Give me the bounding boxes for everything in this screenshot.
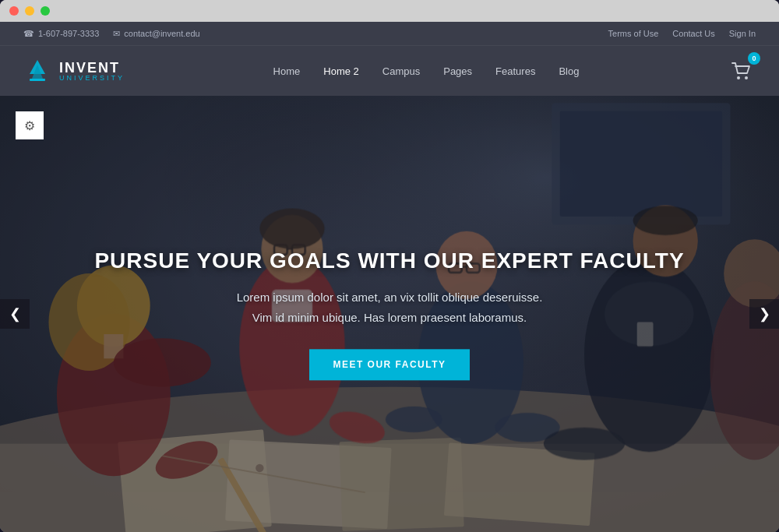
info-bar: ☎ 1-607-897-3333 ✉ contact@invent.edu Te…: [0, 22, 779, 45]
maximize-dot[interactable]: [41, 6, 50, 16]
title-bar: [0, 0, 779, 22]
main-nav: INVENT UNIVERSITY Home Home 2 Campus Pag…: [0, 45, 779, 96]
info-bar-left: ☎ 1-607-897-3333 ✉ contact@invent.edu: [23, 29, 200, 39]
phone-icon: ☎: [23, 29, 34, 39]
logo-subtitle: UNIVERSITY: [59, 75, 125, 82]
logo-text: INVENT UNIVERSITY: [59, 61, 125, 82]
gear-icon: ⚙: [24, 118, 35, 133]
terms-link[interactable]: Terms of Use: [608, 29, 659, 38]
hero-content: PURSUE YOUR GOALS WITH OUR EXPERT FACULT…: [78, 247, 701, 380]
close-dot[interactable]: [9, 6, 19, 16]
email-item: ✉ contact@invent.edu: [113, 29, 199, 39]
hero-title: PURSUE YOUR GOALS WITH OUR EXPERT FACULT…: [78, 247, 701, 275]
browser-window: ☎ 1-607-897-3333 ✉ contact@invent.edu Te…: [0, 0, 779, 532]
logo-icon: [23, 57, 51, 85]
email-address: contact@invent.edu: [124, 29, 199, 38]
cart-badge: 0: [748, 52, 760, 65]
meet-faculty-button[interactable]: MEET OUR FACULTY: [309, 350, 469, 381]
nav-campus[interactable]: Campus: [373, 61, 429, 82]
nav-blog[interactable]: Blog: [549, 61, 588, 82]
hero-description: Lorem ipsum dolor sit amet, an vix tolli…: [78, 288, 701, 328]
chevron-right-icon: ❯: [759, 305, 770, 322]
cart-wrapper[interactable]: 0: [728, 57, 756, 85]
phone-number: 1-607-897-3333: [38, 29, 99, 38]
svg-rect-2: [30, 79, 45, 81]
hero-section: ⚙ ❮ ❯ PURSUE YOUR GOALS WITH OUR EXPERT …: [0, 96, 779, 532]
cart-icon: [731, 60, 753, 82]
phone-item: ☎ 1-607-897-3333: [23, 29, 99, 39]
settings-button[interactable]: ⚙: [16, 111, 44, 139]
nav-home[interactable]: Home: [264, 61, 310, 82]
prev-slide-button[interactable]: ❮: [0, 299, 30, 329]
info-bar-right: Terms of Use Contact Us Sign In: [608, 29, 756, 38]
nav-home2[interactable]: Home 2: [314, 61, 368, 82]
logo-area: INVENT UNIVERSITY: [23, 57, 125, 85]
next-slide-button[interactable]: ❯: [749, 299, 779, 329]
nav-pages[interactable]: Pages: [434, 61, 481, 82]
chevron-left-icon: ❮: [9, 305, 21, 322]
minimize-dot[interactable]: [25, 6, 34, 16]
signin-link[interactable]: Sign In: [729, 29, 756, 38]
svg-point-4: [745, 76, 748, 79]
svg-point-3: [737, 76, 740, 79]
contact-link[interactable]: Contact Us: [672, 29, 714, 38]
nav-features[interactable]: Features: [486, 61, 545, 82]
logo-title: INVENT: [59, 61, 125, 75]
nav-links: Home Home 2 Campus Pages Features Blog: [264, 61, 589, 82]
email-icon: ✉: [113, 29, 120, 39]
